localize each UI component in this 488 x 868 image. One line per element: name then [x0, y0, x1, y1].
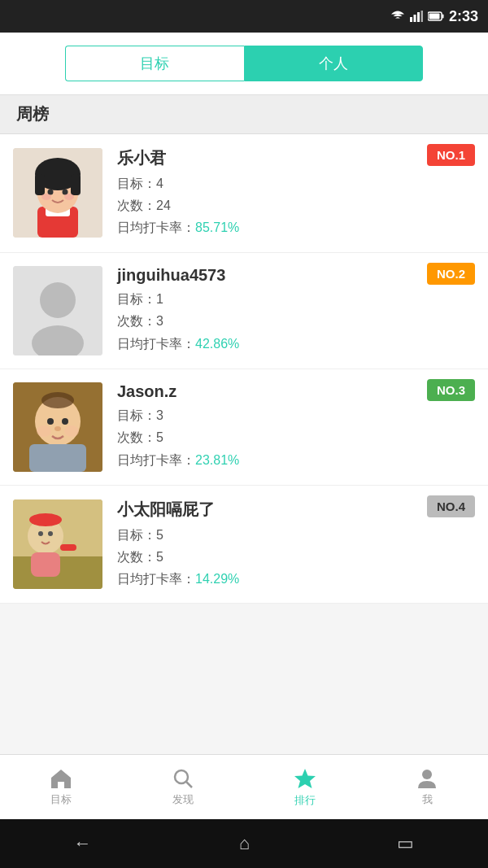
- item-name-2: jinguihua4573: [117, 266, 475, 285]
- ranking-list: 乐小君 目标：4 次数：24 日均打卡率：85.71% NO.1 jinguih…: [0, 134, 488, 604]
- svg-point-16: [41, 194, 51, 200]
- item-target-1: 目标：4: [117, 172, 475, 194]
- person-icon: [416, 768, 438, 789]
- svg-point-40: [175, 770, 188, 783]
- svg-point-26: [62, 418, 68, 425]
- svg-point-24: [41, 392, 74, 408]
- item-rate-2: 日均打卡率：42.86%: [117, 333, 475, 355]
- ranking-item-1: 乐小君 目标：4 次数：24 日均打卡率：85.71% NO.1: [0, 134, 488, 253]
- back-button[interactable]: ←: [74, 833, 92, 854]
- svg-point-17: [64, 194, 74, 200]
- nav-label-discover: 发现: [172, 792, 194, 807]
- wifi-icon: [390, 11, 405, 22]
- svg-point-43: [422, 770, 432, 779]
- star-icon: [294, 767, 316, 790]
- ranking-item-4: 小太阳嗝屁了 目标：5 次数：5 日均打卡率：14.29% NO.4: [0, 486, 488, 604]
- svg-point-25: [47, 418, 54, 425]
- svg-rect-13: [71, 174, 81, 195]
- svg-rect-6: [429, 14, 439, 20]
- svg-rect-2: [417, 12, 420, 22]
- item-count-2: 次数：3: [117, 310, 475, 332]
- item-name-4: 小太阳嗝屁了: [117, 499, 475, 521]
- item-target-2: 目标：1: [117, 288, 475, 310]
- svg-point-19: [40, 282, 76, 318]
- svg-rect-3: [420, 11, 423, 22]
- tab-target[interactable]: 目标: [65, 46, 244, 81]
- svg-point-29: [64, 425, 79, 437]
- rank-badge-4: NO.4: [427, 495, 475, 517]
- item-target-3: 目标：3: [117, 404, 475, 426]
- svg-point-28: [37, 425, 51, 437]
- rank-badge-3: NO.3: [427, 379, 475, 401]
- item-info-3: Jason.z 目标：3 次数：5 日均打卡率：23.81%: [102, 382, 475, 471]
- svg-rect-1: [413, 15, 416, 22]
- nav-item-me[interactable]: 我: [366, 755, 488, 819]
- tab-personal[interactable]: 个人: [244, 46, 424, 81]
- item-info-4: 小太阳嗝屁了 目标：5 次数：5 日均打卡率：14.29%: [102, 499, 475, 591]
- avatar-1: [13, 148, 102, 238]
- status-time: 2:33: [449, 8, 478, 25]
- battery-icon: [428, 11, 444, 21]
- ranking-item-3: Jason.z 目标：3 次数：5 日均打卡率：23.81% NO.3: [0, 369, 488, 486]
- recent-button[interactable]: ▭: [397, 833, 414, 854]
- svg-point-36: [48, 531, 53, 536]
- avatar-2: [13, 266, 102, 355]
- item-target-4: 目标：5: [117, 524, 475, 546]
- section-header: 周榜: [0, 95, 488, 134]
- item-info-1: 乐小君 目标：4 次数：24 日均打卡率：85.71%: [102, 147, 475, 239]
- nav-item-rank[interactable]: 排行: [244, 755, 366, 819]
- item-rate-1: 日均打卡率：85.71%: [117, 216, 475, 238]
- svg-rect-39: [60, 544, 76, 551]
- avatar-3: [13, 382, 102, 472]
- rank-badge-1: NO.1: [427, 144, 475, 166]
- signal-icon: [410, 11, 423, 22]
- item-rate-3: 日均打卡率：23.81%: [117, 449, 475, 471]
- item-count-3: 次数：5: [117, 426, 475, 448]
- svg-rect-12: [35, 174, 45, 195]
- tab-switcher: 目标 个人: [0, 33, 488, 95]
- item-name-3: Jason.z: [117, 382, 475, 401]
- item-info-2: jinguihua4573 目标：1 次数：3 日均打卡率：42.86%: [102, 266, 475, 355]
- item-name-1: 乐小君: [117, 147, 475, 169]
- svg-line-41: [186, 782, 192, 787]
- nav-item-home[interactable]: 目标: [0, 755, 122, 819]
- avatar-4: [13, 499, 102, 589]
- home-button[interactable]: ⌂: [239, 833, 250, 854]
- nav-label-rank: 排行: [294, 793, 316, 808]
- item-count-1: 次数：24: [117, 194, 475, 216]
- item-count-4: 次数：5: [117, 546, 475, 568]
- rank-badge-2: NO.2: [427, 263, 475, 285]
- nav-label-me: 我: [422, 792, 433, 807]
- svg-rect-0: [410, 17, 412, 22]
- svg-rect-30: [29, 444, 86, 472]
- nav-item-discover[interactable]: 发现: [122, 755, 244, 819]
- item-rate-4: 日均打卡率：14.29%: [117, 568, 475, 590]
- svg-marker-42: [294, 769, 316, 788]
- svg-rect-5: [442, 15, 443, 19]
- svg-point-37: [29, 513, 62, 526]
- svg-point-35: [38, 531, 43, 536]
- ranking-item-2: jinguihua4573 目标：1 次数：3 日均打卡率：42.86% NO.…: [0, 253, 488, 369]
- svg-rect-38: [31, 552, 60, 577]
- home-icon: [50, 768, 72, 789]
- system-bar: ← ⌂ ▭: [0, 819, 488, 868]
- bottom-nav: 目标 发现 排行 我: [0, 754, 488, 819]
- svg-point-27: [54, 426, 61, 431]
- search-icon: [172, 768, 194, 789]
- status-bar: 2:33: [0, 0, 488, 33]
- nav-label-home: 目标: [50, 792, 72, 807]
- status-icons: 2:33: [390, 8, 478, 25]
